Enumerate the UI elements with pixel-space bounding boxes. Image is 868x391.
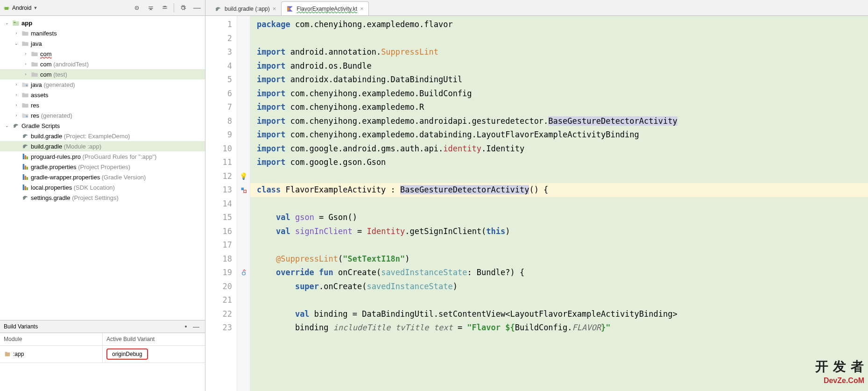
bv-settings-button[interactable] [181, 321, 191, 332]
tab-label: build.gradle (:app) [225, 6, 270, 12]
code-line[interactable]: import com.chenyihong.exampledemo.BuildC… [250, 87, 868, 101]
tree-item-label: com (androidTest) [40, 61, 89, 68]
expander-icon[interactable]: › [22, 62, 29, 66]
annotation-gutter: 💡 [237, 16, 250, 391]
code-line[interactable]: package com.chenyihong.exampledemo.flavo… [250, 18, 868, 32]
tree-item[interactable]: ›res [0, 100, 205, 110]
svg-point-6 [26, 115, 28, 117]
cell-variant[interactable]: originDebug [103, 346, 205, 363]
tree-item[interactable]: build.gradle (Project: ExampleDemo) [0, 131, 205, 141]
tree-item[interactable]: ›res (generated) [0, 110, 205, 121]
code-line[interactable] [250, 293, 868, 307]
code-line[interactable] [250, 32, 868, 46]
svg-rect-21 [241, 187, 243, 190]
code-line[interactable] [250, 238, 868, 252]
project-tree[interactable]: ⌄app›manifests⌄java›com›com (androidTest… [0, 16, 205, 320]
expander-icon[interactable]: ⌄ [13, 41, 20, 46]
code-line[interactable]: import com.chenyihong.exampledemo.databi… [250, 128, 868, 142]
expander-icon[interactable]: ⌄ [4, 21, 10, 25]
code-line[interactable]: import com.chenyihong.exampledemo.R [250, 100, 868, 114]
override-icon[interactable] [240, 269, 247, 277]
editor-tab[interactable]: FlavorExampleActivity.kt× [281, 1, 368, 15]
code-line[interactable]: override fun onCreate(savedInstanceState… [250, 266, 868, 280]
code-line[interactable]: import com.google.gson.Gson [250, 156, 868, 170]
props-icon [21, 153, 29, 160]
tree-item[interactable]: gradle.properties (Project Properties) [0, 162, 205, 172]
line-number: 11 [205, 156, 237, 170]
select-opened-file-button[interactable] [132, 3, 142, 13]
svg-point-23 [242, 272, 245, 275]
folder-icon [31, 71, 38, 78]
code-line[interactable]: @SuppressLint("SetTextI18n") [250, 252, 868, 266]
code-line[interactable] [250, 170, 868, 184]
settings-button[interactable] [178, 3, 188, 13]
code-line[interactable]: import com.google.android.gms.auth.api.i… [250, 142, 868, 156]
build-variants-header: Build Variants — [0, 320, 205, 333]
tree-item[interactable]: ›com (androidTest) [0, 59, 205, 69]
tree-item[interactable]: gradle-wrapper.properties (Gradle Versio… [0, 172, 205, 182]
code-line[interactable]: import android.os.Bundle [250, 59, 868, 73]
code-line[interactable]: val gson = Gson() [250, 211, 868, 225]
tree-item[interactable]: ⌄java [0, 38, 205, 49]
gutter-annotation [237, 59, 250, 73]
tree-item[interactable]: settings.gradle (Project Settings) [0, 192, 205, 203]
tree-item[interactable]: ›com [0, 49, 205, 59]
project-view-selector[interactable]: Android ▼ [3, 4, 37, 12]
folder-gen-icon [21, 112, 29, 119]
code-line[interactable]: val binding = DataBindingUtil.setContent… [250, 307, 868, 321]
code-line[interactable]: import android.annotation.SuppressLint [250, 45, 868, 59]
code-line[interactable]: class FlavorExampleActivity : BaseGestur… [250, 183, 868, 197]
gutter-annotation [237, 142, 250, 156]
svg-rect-12 [27, 167, 28, 170]
line-number: 21 [205, 293, 237, 307]
expander-icon[interactable]: › [13, 103, 20, 107]
folder-icon [31, 60, 38, 68]
editor-tab[interactable]: build.gradle (:app)× [209, 1, 281, 15]
expander-icon[interactable]: › [13, 113, 20, 118]
hide-button[interactable]: — [192, 3, 202, 13]
folder-icon [21, 101, 29, 109]
close-icon[interactable]: × [360, 5, 364, 12]
tree-item[interactable]: ›manifests [0, 28, 205, 38]
active-variant[interactable]: originDebug [106, 348, 148, 360]
tree-item[interactable]: ›java (generated) [0, 79, 205, 90]
collapse-all-button[interactable] [160, 3, 170, 13]
line-number: 4 [205, 59, 237, 73]
tree-item[interactable]: ⌄Gradle Scripts [0, 121, 205, 131]
android-icon [3, 4, 10, 12]
tree-item[interactable]: proguard-rules.pro (ProGuard Rules for "… [0, 151, 205, 162]
code-line[interactable]: import com.chenyihong.exampledemo.androi… [250, 114, 868, 128]
code-line[interactable]: val signInClient = Identity.getSignInCli… [250, 225, 868, 239]
bulb-icon[interactable]: 💡 [240, 170, 247, 184]
tree-item[interactable]: local.properties (SDK Location) [0, 182, 205, 192]
tree-item[interactable]: ›assets [0, 90, 205, 100]
project-toolbar: Android ▼ — [0, 0, 205, 16]
code-line[interactable]: binding includeTitle tvTitle text = "Fla… [250, 321, 868, 335]
code-line[interactable] [250, 197, 868, 211]
implements-icon[interactable] [240, 186, 247, 194]
line-number: 12 [205, 170, 237, 184]
bv-hide-button[interactable]: — [191, 321, 201, 332]
expander-icon[interactable]: › [13, 82, 20, 87]
code-line[interactable]: super.onCreate(savedInstanceState) [250, 280, 868, 294]
expander-icon[interactable]: › [22, 51, 29, 56]
tree-item[interactable]: ⌄app [0, 18, 205, 28]
tree-item[interactable]: ›com (test) [0, 69, 205, 79]
gradle-icon [21, 142, 29, 150]
gradle-icon [21, 194, 29, 201]
code-editor[interactable]: 1234567891011121314151617181920212223 💡 … [205, 16, 868, 391]
expander-icon[interactable]: › [13, 92, 20, 97]
code-line[interactable]: import androidx.databinding.DataBindingU… [250, 73, 868, 87]
tree-item[interactable]: build.gradle (Module :app) [0, 141, 205, 151]
tree-item-label: com (test) [40, 71, 67, 78]
code-area[interactable]: package com.chenyihong.exampledemo.flavo… [250, 16, 868, 391]
expander-icon[interactable]: › [22, 72, 29, 77]
close-icon[interactable]: × [273, 5, 276, 12]
expand-all-button[interactable] [146, 3, 156, 13]
expander-icon[interactable]: › [13, 31, 20, 36]
gutter-annotation [237, 266, 250, 280]
svg-point-1 [136, 7, 137, 8]
tree-item-label: local.properties (SDK Location) [31, 184, 115, 191]
expander-icon[interactable]: ⌄ [4, 123, 10, 128]
tree-item-label: Gradle Scripts [21, 122, 60, 129]
